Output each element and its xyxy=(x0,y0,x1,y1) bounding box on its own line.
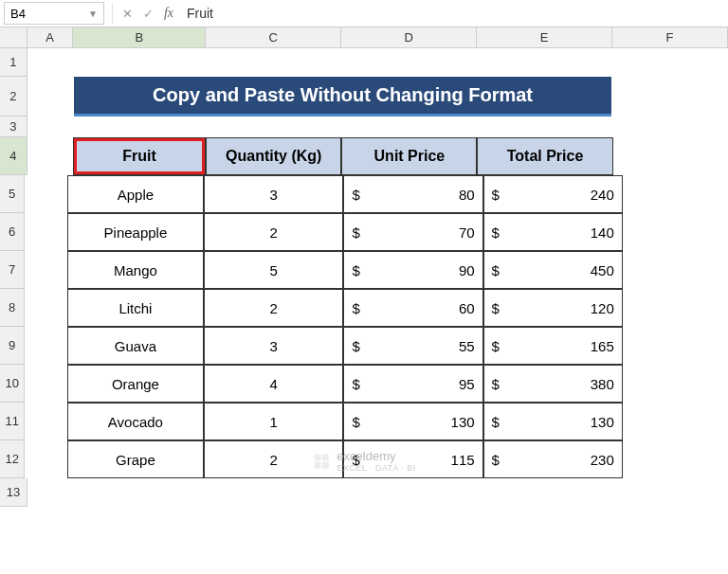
cell[interactable] xyxy=(27,117,74,137)
cancel-icon[interactable]: ✕ xyxy=(117,3,137,24)
cell-qty[interactable]: 5 xyxy=(204,251,343,289)
cell[interactable] xyxy=(25,175,66,213)
cell-total[interactable]: $380 xyxy=(483,365,623,403)
cell[interactable] xyxy=(623,213,728,251)
cell[interactable] xyxy=(611,77,728,117)
row-header[interactable]: 3 xyxy=(0,117,27,137)
cell-qty[interactable]: 2 xyxy=(204,289,343,327)
row-header[interactable]: 11 xyxy=(0,403,25,440)
cell[interactable] xyxy=(623,175,728,213)
cell[interactable] xyxy=(612,478,728,507)
row-header[interactable]: 4 xyxy=(0,137,27,175)
header-total[interactable]: Total Price xyxy=(477,137,612,175)
dropdown-icon[interactable]: ▼ xyxy=(88,9,98,19)
cell[interactable] xyxy=(623,365,728,403)
cell[interactable] xyxy=(341,117,477,137)
cell[interactable] xyxy=(612,117,728,137)
header-unit[interactable]: Unit Price xyxy=(341,137,477,175)
col-header-a[interactable]: A xyxy=(27,27,74,48)
col-header-e[interactable]: E xyxy=(477,27,612,48)
cell[interactable] xyxy=(623,327,728,365)
cell-total[interactable]: $240 xyxy=(483,175,623,213)
cell-unit[interactable]: $130 xyxy=(343,403,482,440)
enter-icon[interactable]: ✓ xyxy=(137,3,158,24)
cell-total[interactable]: $130 xyxy=(483,403,623,440)
cell[interactable] xyxy=(341,48,477,77)
row-header[interactable]: 12 xyxy=(0,440,25,478)
row-header[interactable]: 1 xyxy=(0,48,27,77)
cell-total[interactable]: $230 xyxy=(483,440,623,478)
row-header[interactable]: 5 xyxy=(0,175,25,213)
cell-qty[interactable]: 2 xyxy=(204,213,343,251)
cell-fruit[interactable]: Pineapple xyxy=(67,213,205,251)
col-header-c[interactable]: C xyxy=(206,27,341,48)
cell-fruit[interactable]: Apple xyxy=(67,175,205,213)
cell[interactable] xyxy=(25,403,66,440)
row-header[interactable]: 6 xyxy=(0,213,25,251)
row-header[interactable]: 13 xyxy=(0,478,27,507)
cell[interactable] xyxy=(612,48,728,77)
cell[interactable] xyxy=(477,478,612,507)
cell-qty[interactable]: 4 xyxy=(204,365,343,403)
fx-icon[interactable]: fx xyxy=(158,3,179,24)
cell-fruit[interactable]: Grape xyxy=(67,440,205,478)
cell[interactable] xyxy=(27,137,73,175)
cell-fruit[interactable]: Guava xyxy=(67,327,205,365)
watermark: exceldemy EXCEL · DATA · BI xyxy=(312,449,415,473)
cell-total[interactable]: $165 xyxy=(483,327,623,365)
cell[interactable] xyxy=(25,365,66,403)
row-header[interactable]: 7 xyxy=(0,251,25,289)
header-qty[interactable]: Quantity (Kg) xyxy=(206,137,341,175)
col-header-d[interactable]: D xyxy=(341,27,477,48)
cell-total[interactable]: $140 xyxy=(483,213,623,251)
cell-unit[interactable]: $55 xyxy=(343,327,482,365)
cell[interactable] xyxy=(206,48,341,77)
name-box[interactable]: B4 ▼ xyxy=(4,2,104,25)
cell[interactable] xyxy=(25,251,66,289)
cell-unit[interactable]: $90 xyxy=(343,251,482,289)
col-header-b[interactable]: B xyxy=(73,27,206,48)
cell[interactable] xyxy=(623,251,728,289)
cell[interactable] xyxy=(341,478,477,507)
cell-unit[interactable]: $70 xyxy=(343,213,482,251)
header-fruit[interactable]: Fruit xyxy=(73,137,206,175)
col-header-f[interactable]: F xyxy=(612,27,728,48)
cell-fruit[interactable]: Orange xyxy=(67,365,205,403)
cell[interactable] xyxy=(477,117,612,137)
cell-unit[interactable]: $95 xyxy=(343,365,482,403)
cell-unit[interactable]: $60 xyxy=(343,289,482,327)
cell[interactable] xyxy=(25,289,66,327)
cell-qty[interactable]: 3 xyxy=(204,327,343,365)
cell-unit[interactable]: $80 xyxy=(343,175,482,213)
cell[interactable] xyxy=(27,77,74,117)
select-all-corner[interactable] xyxy=(0,27,27,48)
cell[interactable] xyxy=(206,478,341,507)
cell[interactable] xyxy=(27,478,74,507)
row-header[interactable]: 2 xyxy=(0,77,27,117)
cell-qty[interactable]: 1 xyxy=(204,403,343,440)
cell[interactable] xyxy=(623,440,728,478)
cell[interactable] xyxy=(623,403,728,440)
cell[interactable] xyxy=(206,117,341,137)
cell[interactable] xyxy=(27,48,74,77)
cell-fruit[interactable]: Avocado xyxy=(67,403,205,440)
cell[interactable] xyxy=(25,213,66,251)
row-header[interactable]: 10 xyxy=(0,365,25,403)
cell-fruit[interactable]: Mango xyxy=(67,251,205,289)
cell[interactable] xyxy=(613,137,728,175)
cell[interactable] xyxy=(25,327,66,365)
cell[interactable] xyxy=(477,48,612,77)
cell-qty[interactable]: 3 xyxy=(204,175,343,213)
cell[interactable] xyxy=(73,117,206,137)
cell-fruit[interactable]: Litchi xyxy=(67,289,205,327)
cell[interactable] xyxy=(623,289,728,327)
cell[interactable] xyxy=(73,48,206,77)
cell-total[interactable]: $120 xyxy=(483,289,623,327)
cell-total[interactable]: $450 xyxy=(483,251,623,289)
row-header[interactable]: 9 xyxy=(0,327,25,365)
title-cell[interactable]: Copy and Paste Without Changing Format xyxy=(74,77,612,117)
cell[interactable] xyxy=(25,440,66,478)
row-header[interactable]: 8 xyxy=(0,289,25,327)
cell[interactable] xyxy=(73,478,206,507)
formula-input[interactable]: Fruit xyxy=(179,6,728,21)
